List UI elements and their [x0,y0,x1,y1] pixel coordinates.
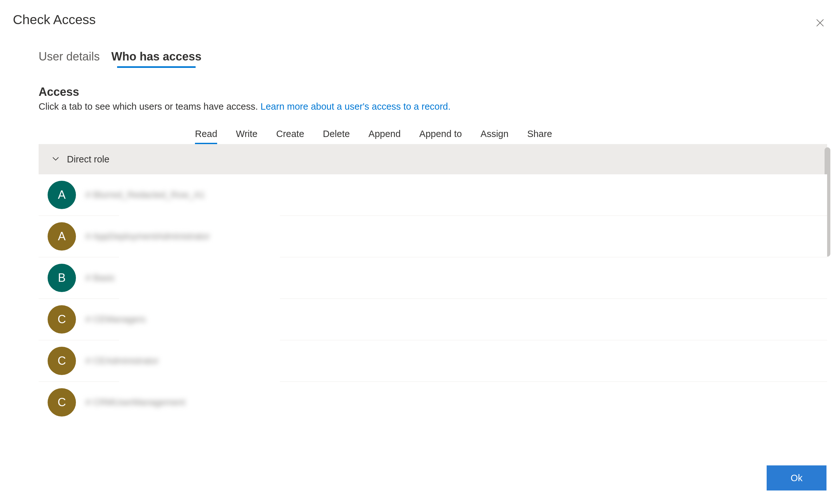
perm-tab-append-to[interactable]: Append to [419,129,462,144]
perm-tab-read[interactable]: Read [195,129,217,144]
learn-more-link[interactable]: Learn more about a user's access to a re… [261,101,451,112]
perm-tab-delete[interactable]: Delete [323,129,350,144]
section-description: Click a tab to see which users or teams … [39,101,827,112]
primary-tab-bar: User details Who has access [39,50,827,67]
list-item[interactable]: C # CRMUserManagement [39,382,827,423]
avatar: A [48,181,76,209]
avatar: A [48,222,76,251]
close-icon [815,18,825,29]
section-description-text: Click a tab to see which users or teams … [39,101,261,112]
list-item[interactable]: A # Blurred_Redacted_Row_A1 [39,174,827,216]
list-item[interactable]: C # CEAdministrator [39,340,827,382]
section-title: Access [39,85,827,99]
permission-tab-bar: Read Write Create Delete Append Append t… [39,129,552,144]
perm-tab-assign[interactable]: Assign [481,129,508,144]
list-item-label: # CEManagers [86,314,146,325]
list-item-label: # Basic [86,273,115,283]
group-title: Direct role [67,154,109,165]
list-item-label: # CRMUserManagement [86,397,185,408]
tab-user-details[interactable]: User details [39,50,100,67]
avatar: C [48,305,76,334]
list-item-label: # Blurred_Redacted_Row_A1 [86,190,204,200]
close-button[interactable] [813,16,827,30]
perm-tab-create[interactable]: Create [276,129,304,144]
list-item[interactable]: A # AppDeploymentAdministrator [39,216,827,257]
perm-tab-append[interactable]: Append [368,129,400,144]
tab-who-has-access[interactable]: Who has access [111,50,201,67]
ok-button[interactable]: Ok [767,465,826,490]
list-item[interactable]: B # Basic [39,257,827,299]
list-item[interactable]: C # CEManagers [39,299,827,340]
access-list: Direct role A # Blurred_Redacted_Row_A1 … [39,144,827,423]
perm-tab-share[interactable]: Share [527,129,552,144]
chevron-down-icon [51,154,60,165]
list-item-label: # AppDeploymentAdministrator [86,231,210,241]
avatar: C [48,388,76,416]
perm-tab-write[interactable]: Write [236,129,257,144]
avatar: C [48,347,76,375]
list-item-label: # CEAdministrator [86,356,159,366]
check-access-dialog: Check Access User details Who has access… [0,0,840,504]
dialog-title: Check Access [13,12,96,27]
group-header-direct-role[interactable]: Direct role [39,144,827,174]
avatar: B [48,264,76,292]
dialog-content: User details Who has access Access Click… [39,50,827,423]
